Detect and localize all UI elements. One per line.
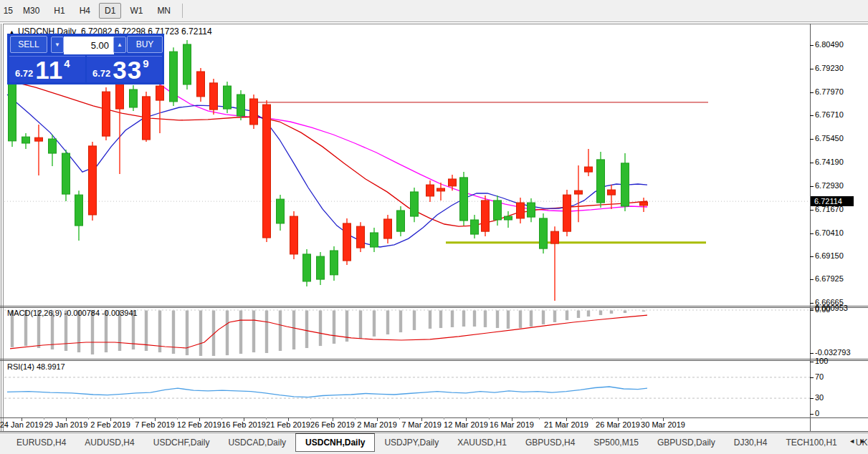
candle-body-up (371, 233, 378, 247)
candle-body-down (290, 216, 298, 254)
chart-tab-bar: EURUSD,H4AUDUSD,H4USDCHF,DailyUSDCAD,Dai… (0, 433, 868, 454)
candle-body-down (357, 226, 365, 248)
price-axis-label: 6.72930 (815, 181, 844, 190)
date-minor-tick (133, 417, 133, 420)
chart-tab-dj30h4[interactable]: DJ30,H4 (725, 435, 777, 451)
timeframe-button-m30[interactable]: M30 (17, 3, 45, 19)
main-macd-separator-a (0, 306, 868, 306)
volume-increase-button[interactable]: ▲ (113, 37, 126, 53)
macd-tick (810, 353, 814, 354)
candle-body-down (384, 219, 392, 238)
chart-tab-usdchfdaily[interactable]: USDCHF,Daily (144, 435, 219, 451)
candle-body-up (62, 153, 70, 194)
price-axis-label: 6.67925 (815, 274, 844, 283)
price-tick (810, 256, 814, 257)
candle-body-down (89, 146, 97, 215)
price-axis-label: 6.74190 (815, 158, 844, 166)
candle-body-down (640, 202, 648, 206)
date-axis-label: 24 Jan 2019 (0, 420, 43, 429)
macd-histogram-bar (439, 311, 442, 329)
chart-tab-xauusdh1[interactable]: XAUUSD,H1 (448, 435, 516, 451)
date-axis-label: 7 Mar 2019 (401, 420, 442, 429)
date-minor-tick (592, 417, 593, 420)
timeframe-button-15[interactable]: 15 (0, 3, 14, 19)
timeframe-button-h4[interactable]: H4 (74, 3, 96, 19)
candle-body-up (237, 95, 245, 116)
macd-tick (810, 309, 814, 309)
price-tick (810, 139, 814, 140)
chart-tab-gbpusddaily[interactable]: GBPUSD,Daily (648, 435, 725, 451)
candle-body-up (540, 218, 548, 248)
price-axis-separator (810, 24, 811, 431)
date-minor-tick (355, 417, 356, 420)
rsi-axis-label: 30 (815, 393, 824, 402)
volume-decrease-button[interactable]: ▼ (51, 37, 64, 53)
macd-histogram-bar (359, 311, 362, 339)
price-tick (810, 45, 814, 46)
date-minor-tick (641, 417, 642, 420)
tab-scroll-left-icon[interactable]: ◄ (849, 438, 855, 445)
candle-body-up (505, 216, 512, 220)
rsi-tick (810, 377, 814, 378)
macd-histogram-bar (496, 311, 499, 329)
date-axis-label: 21 Feb 2019 (266, 420, 310, 429)
timeframe-button-d1[interactable]: D1 (99, 3, 121, 19)
rsi-tick (810, 414, 814, 415)
candle-body-up (22, 137, 30, 143)
macd-histogram-bar (530, 311, 533, 327)
tab-scroll-right-icon[interactable]: ► (859, 438, 866, 445)
chart-tab-eurusdh4[interactable]: EURUSD,H4 (7, 435, 75, 451)
macd-histogram-bar (373, 311, 376, 337)
buy-price-base: 6.72 (92, 68, 110, 79)
candle-body-up (49, 139, 57, 153)
date-axis-label: 2 Feb 2019 (90, 420, 130, 429)
buy-price-pips: 33 (113, 58, 142, 82)
chart-tab-usdcaddaily[interactable]: USDCAD,Daily (219, 435, 295, 451)
macd-histogram-bar (642, 311, 645, 312)
candle-body-up (130, 90, 138, 107)
chart-tab-usdcnhdaily[interactable]: USDCNH,Daily (295, 433, 375, 452)
price-tick (810, 303, 814, 304)
candle-body-up (460, 178, 468, 221)
rsi-dateaxis-separator (0, 417, 868, 418)
macd-histogram-bar (577, 311, 580, 318)
macd-main-value: -0.000784 (64, 309, 100, 317)
timeframe-button-mn[interactable]: MN (151, 3, 176, 19)
buy-button[interactable]: BUY (127, 36, 163, 53)
candle-body-down (449, 179, 457, 186)
candle-body-up (471, 220, 479, 234)
macd-histogram-bar (386, 311, 389, 335)
volume-input[interactable] (64, 37, 114, 54)
rsi-value: 48.9917 (37, 362, 65, 371)
price-tick (810, 210, 814, 211)
macd-histogram-bar (624, 311, 626, 314)
rsi-indicator-label: RSI(14) 48.9917 (7, 362, 65, 371)
dateaxis-bottom-border (0, 431, 868, 432)
macd-histogram-bar (305, 311, 308, 349)
sell-button[interactable]: SELL (10, 36, 47, 53)
chart-tab-audusdh4[interactable]: AUDUSD,H4 (75, 435, 143, 451)
candle-body-down (563, 195, 571, 231)
sell-price-pips: 11 (35, 58, 63, 82)
timeframe-button-h1[interactable]: H1 (48, 3, 70, 19)
sell-price-display[interactable]: 6.72 11 4 (9, 56, 85, 82)
price-axis-label: 6.75450 (815, 134, 844, 143)
candle-body-up (411, 192, 419, 216)
chart-tab-tech100h1[interactable]: TECH100,H1 (776, 435, 846, 451)
candle-body-down (102, 92, 110, 136)
candle-body-down (551, 231, 559, 243)
chart-tab-gbpusdh4[interactable]: GBPUSD,H4 (516, 435, 584, 451)
price-axis-label: 6.80490 (815, 40, 844, 49)
timeframe-button-w1[interactable]: W1 (124, 3, 148, 19)
macd-histogram-bar (566, 311, 568, 321)
date-minor-tick (310, 417, 311, 420)
chart-tab-usdjpydaily[interactable]: USDJPY,Daily (375, 435, 448, 451)
macd-tick (810, 310, 814, 311)
buy-price-display[interactable]: 6.72 33 9 (87, 56, 162, 82)
rsi-axis-label: 100 (815, 357, 828, 365)
chart-tab-sp500m15[interactable]: SP500,M15 (584, 435, 648, 451)
macd-histogram-bar (473, 311, 476, 327)
rsi-canvas[interactable] (4, 360, 810, 417)
date-minor-tick (489, 417, 490, 420)
candle-body-down (143, 97, 151, 140)
